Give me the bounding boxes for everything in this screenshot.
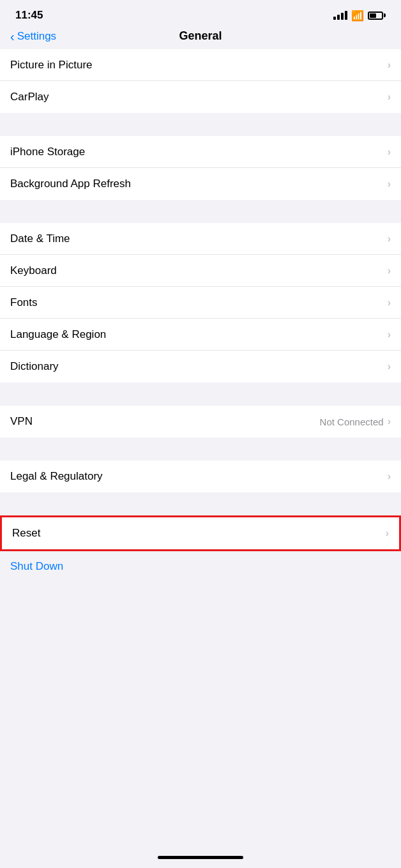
group-separator-4	[0, 438, 401, 461]
fonts-row[interactable]: Fonts ›	[0, 287, 401, 319]
dictionary-row[interactable]: Dictionary ›	[0, 351, 401, 383]
back-button[interactable]: ‹ Settings	[10, 30, 56, 43]
dictionary-label: Dictionary	[10, 360, 59, 373]
keyboard-row[interactable]: Keyboard ›	[0, 255, 401, 287]
home-indicator	[158, 856, 243, 859]
legal-regulatory-label: Legal & Regulatory	[10, 470, 103, 483]
reset-label: Reset	[12, 527, 40, 540]
language-region-label: Language & Region	[10, 328, 106, 341]
group-separator-2	[0, 200, 401, 223]
chevron-right-icon: ›	[388, 178, 391, 190]
dictionary-right: ›	[388, 361, 391, 372]
iphone-storage-row[interactable]: iPhone Storage ›	[0, 136, 401, 168]
status-icons: 📶	[333, 10, 386, 22]
carplay-label: CarPlay	[10, 91, 49, 103]
group-separator-3	[0, 383, 401, 406]
language-region-row[interactable]: Language & Region ›	[0, 319, 401, 351]
date-time-label: Date & Time	[10, 232, 70, 245]
iphone-storage-right: ›	[388, 146, 391, 158]
fonts-right: ›	[388, 297, 391, 308]
wifi-icon: 📶	[351, 10, 364, 22]
chevron-right-icon: ›	[388, 297, 391, 308]
settings-group-reset: Reset ›	[2, 517, 399, 549]
keyboard-label: Keyboard	[10, 264, 57, 277]
shut-down-label[interactable]: Shut Down	[10, 560, 63, 572]
status-bar: 11:45 📶	[0, 0, 401, 27]
language-region-right: ›	[388, 329, 391, 340]
chevron-right-icon: ›	[388, 146, 391, 158]
iphone-storage-label: iPhone Storage	[10, 146, 85, 158]
chevron-right-icon: ›	[388, 265, 391, 277]
fonts-label: Fonts	[10, 296, 38, 309]
settings-group-4: VPN Not Connected ›	[0, 406, 401, 438]
chevron-right-icon: ›	[388, 329, 391, 340]
chevron-right-icon: ›	[388, 416, 391, 427]
bottom-area	[0, 582, 401, 620]
reset-row[interactable]: Reset ›	[2, 517, 399, 549]
vpn-label: VPN	[10, 415, 33, 428]
legal-regulatory-row[interactable]: Legal & Regulatory ›	[0, 461, 401, 492]
picture-in-picture-right: ›	[388, 59, 391, 71]
vpn-row[interactable]: VPN Not Connected ›	[0, 406, 401, 438]
date-time-row[interactable]: Date & Time ›	[0, 223, 401, 255]
reset-highlight: Reset ›	[0, 515, 401, 551]
carplay-row[interactable]: CarPlay ›	[0, 81, 401, 113]
settings-group-2: iPhone Storage › Background App Refresh …	[0, 136, 401, 200]
picture-in-picture-label: Picture in Picture	[10, 59, 93, 72]
chevron-right-icon: ›	[388, 361, 391, 372]
shut-down-area[interactable]: Shut Down	[0, 551, 401, 582]
vpn-value: Not Connected	[320, 416, 384, 427]
background-app-refresh-row[interactable]: Background App Refresh ›	[0, 168, 401, 200]
status-time: 11:45	[15, 9, 43, 22]
group-separator-1	[0, 113, 401, 136]
keyboard-right: ›	[388, 265, 391, 277]
signal-icon	[333, 11, 347, 20]
battery-icon	[368, 11, 386, 20]
vpn-right: Not Connected ›	[320, 416, 391, 427]
settings-group-5: Legal & Regulatory ›	[0, 461, 401, 492]
chevron-right-icon: ›	[388, 233, 391, 245]
chevron-right-icon: ›	[388, 91, 391, 103]
home-indicator-area	[0, 846, 401, 868]
back-chevron-icon: ‹	[10, 30, 15, 43]
carplay-right: ›	[388, 91, 391, 103]
picture-in-picture-row[interactable]: Picture in Picture ›	[0, 49, 401, 81]
reset-right: ›	[386, 528, 389, 539]
page-title: General	[179, 29, 222, 43]
chevron-right-icon: ›	[388, 59, 391, 71]
back-label: Settings	[17, 30, 56, 43]
chevron-right-icon: ›	[388, 471, 391, 482]
chevron-right-icon: ›	[386, 528, 389, 539]
settings-group-1: Picture in Picture › CarPlay ›	[0, 49, 401, 113]
group-separator-5	[0, 492, 401, 515]
background-app-refresh-label: Background App Refresh	[10, 178, 131, 190]
legal-regulatory-right: ›	[388, 471, 391, 482]
background-app-refresh-right: ›	[388, 178, 391, 190]
nav-bar: ‹ Settings General	[0, 27, 401, 49]
settings-group-3: Date & Time › Keyboard › Fonts › Languag…	[0, 223, 401, 383]
date-time-right: ›	[388, 233, 391, 245]
